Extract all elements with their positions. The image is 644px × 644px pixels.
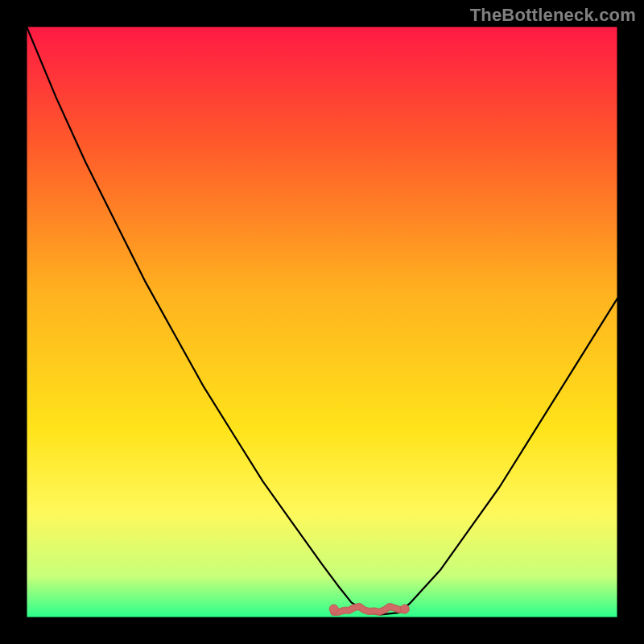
chart-image: TheBottleneck.com (0, 0, 644, 644)
plot-area (27, 27, 617, 617)
minimum-marker-dot-right (400, 605, 409, 613)
attribution-text: TheBottleneck.com (470, 5, 636, 26)
bottleneck-curve-chart (0, 0, 644, 644)
minimum-marker-dot-left (329, 605, 338, 613)
